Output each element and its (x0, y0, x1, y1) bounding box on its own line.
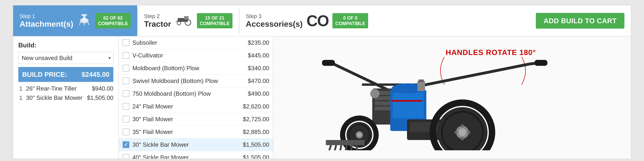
svg-rect-2 (82, 14, 87, 16)
build-items-list: 1 26" Rear-Tine Tiller $940.00 1 30" Sic… (18, 85, 113, 101)
attachment-row[interactable]: 750 Moldboard (Bottom) Plow$490.00 (119, 87, 273, 100)
attachment-row[interactable]: Subsoiler$235.00 (119, 36, 273, 49)
attachment-name: 35" Flail Mower (132, 128, 240, 135)
step-2[interactable]: Step 2 Tractor 15 OF 21 COMPATIBLE (138, 6, 239, 36)
attachment-price: $490.00 (248, 90, 269, 97)
step-2-labels: Step 2 Tractor (144, 13, 171, 28)
attachment-row[interactable]: Swivel Moldboard (Bottom) Plow$470.00 (119, 74, 273, 87)
build-item-price: $940.00 (92, 85, 113, 92)
attachment-name: 750 Moldboard (Bottom) Plow (132, 90, 245, 97)
build-price-label: BUILD PRICE: (22, 70, 67, 78)
main-container: Step 1 Attachment(s) 62 OF 62 (13, 5, 631, 159)
svg-point-41 (461, 137, 464, 140)
step-2-number: Step 2 (144, 13, 171, 19)
attachment-row[interactable]: 30" Flail Mower$2,725.00 (119, 113, 273, 126)
attachment-checkbox[interactable] (122, 141, 129, 148)
attachment-row[interactable]: V-Cultivator$445.00 (119, 49, 273, 62)
svg-rect-28 (417, 81, 425, 91)
step-1-icon (77, 12, 91, 30)
attachment-name: 30" Sickle Bar Mower (132, 141, 240, 148)
step-3-number: Step 3 (246, 13, 302, 19)
svg-point-7 (177, 22, 181, 25)
attachment-name: Subsoiler (132, 39, 245, 46)
svg-rect-49 (326, 140, 364, 145)
svg-point-39 (458, 128, 466, 136)
svg-rect-26 (393, 92, 424, 118)
middle-panel: Subsoiler$235.00V-Cultivator$445.00Moldb… (119, 36, 273, 159)
step-3-icon: CO (306, 12, 328, 30)
svg-line-5 (88, 22, 89, 25)
attachment-checkbox[interactable] (122, 154, 129, 159)
step-1[interactable]: Step 1 Attachment(s) 62 OF 62 (13, 6, 137, 36)
build-label: Build: (18, 42, 113, 49)
svg-point-56 (370, 89, 380, 98)
attachment-row[interactable]: 30" Sickle Bar Mower$1,505.00 (119, 138, 273, 151)
build-select[interactable]: New unsaved Build (18, 52, 113, 64)
attachment-price: $235.00 (248, 39, 269, 46)
build-item-name: 26" Rear-Tine Tiller (26, 85, 90, 92)
svg-point-43 (467, 131, 470, 134)
attachment-checkbox[interactable] (122, 65, 129, 72)
left-panel: Build: New unsaved Build ▾ BUILD PRICE: … (13, 36, 119, 159)
attachment-checkbox[interactable] (122, 90, 129, 97)
attachment-checkbox[interactable] (122, 52, 129, 59)
build-item-row: 1 30" Sickle Bar Mower $1,505.00 (18, 94, 113, 101)
step-1-name: Attachment(s) (20, 19, 73, 28)
svg-point-48 (357, 133, 362, 137)
step-3-labels: Step 3 Accessories(s) (246, 13, 302, 28)
attachment-name: 30" Flail Mower (132, 116, 240, 122)
attachment-price: $1,505.00 (243, 141, 269, 148)
svg-rect-17 (322, 60, 335, 66)
build-price-box: BUILD PRICE: $2445.00 (18, 67, 113, 82)
attachment-row[interactable]: Moldboard (Bottom) Plow$340.00 (119, 62, 273, 74)
attachment-checkbox[interactable] (122, 78, 129, 84)
attachment-price: $445.00 (248, 52, 269, 59)
svg-rect-9 (184, 16, 188, 19)
attachment-price: $1,505.00 (243, 154, 269, 159)
build-price-value: $2445.00 (82, 70, 110, 78)
attachment-checkbox[interactable] (122, 39, 129, 46)
step-2-icon (175, 12, 193, 29)
build-item-price: $1,505.00 (87, 94, 113, 101)
attachment-price: $340.00 (248, 65, 269, 72)
svg-point-40 (461, 124, 464, 128)
build-item-row: 1 26" Rear-Tine Tiller $940.00 (18, 85, 113, 92)
attachment-row[interactable]: 35" Flail Mower$2,885.00 (119, 126, 273, 138)
attachment-checkbox[interactable] (122, 116, 129, 122)
attachment-price: $470.00 (248, 78, 269, 84)
attachment-name: 24" Flail Mower (132, 103, 240, 110)
attachment-name: Swivel Moldboard (Bottom) Plow (132, 78, 245, 84)
step-3[interactable]: Step 3 Accessories(s) CO 0 OF 0 COMPATIB… (239, 6, 374, 36)
attachment-price: $2,885.00 (243, 128, 269, 135)
step-3-name: Accessories(s) (246, 19, 302, 28)
build-item-name: 30" Sickle Bar Mower (26, 94, 84, 101)
svg-rect-1 (83, 15, 86, 20)
attachment-price: $2,725.00 (243, 116, 269, 122)
svg-rect-57 (392, 100, 422, 102)
svg-line-53 (346, 145, 346, 150)
svg-rect-18 (534, 60, 548, 66)
svg-line-3 (79, 22, 81, 25)
content-area: Build: New unsaved Build ▾ BUILD PRICE: … (13, 36, 631, 159)
step-bar-right: ADD BUILD TO CART (536, 6, 631, 36)
add-to-cart-button[interactable]: ADD BUILD TO CART (536, 13, 624, 28)
step-1-number: Step 1 (20, 13, 73, 19)
attachment-row[interactable]: 24" Flail Mower$2,620.00 (119, 100, 273, 113)
product-image: HANDLES ROTATE 180° (277, 40, 627, 155)
step-1-labels: Step 1 Attachment(s) (20, 13, 73, 28)
step-2-name: Tractor (144, 19, 171, 28)
attachment-checkbox[interactable] (122, 103, 129, 110)
attachment-row[interactable]: 40" Sickle Bar Mower$1,505.00 (119, 151, 273, 159)
svg-rect-29 (418, 80, 424, 82)
build-item-qty: 1 (18, 85, 24, 92)
step-2-badge: 15 OF 21 COMPATIBLE (197, 13, 232, 28)
step-1-badge: 62 OF 62 COMPATIBLE (95, 13, 131, 28)
attachment-name: 40" Sickle Bar Mower (132, 154, 240, 159)
step-3-badge: 0 OF 0 COMPATIBLE (332, 13, 368, 28)
page-wrapper: Step 1 Attachment(s) 62 OF 62 (0, 0, 644, 161)
right-panel: HANDLES ROTATE 180° (273, 36, 631, 159)
build-select-wrapper: New unsaved Build ▾ (18, 52, 113, 64)
attachment-checkbox[interactable] (122, 128, 129, 135)
svg-line-54 (351, 145, 352, 150)
attachment-name: Moldboard (Bottom) Plow (132, 65, 245, 72)
